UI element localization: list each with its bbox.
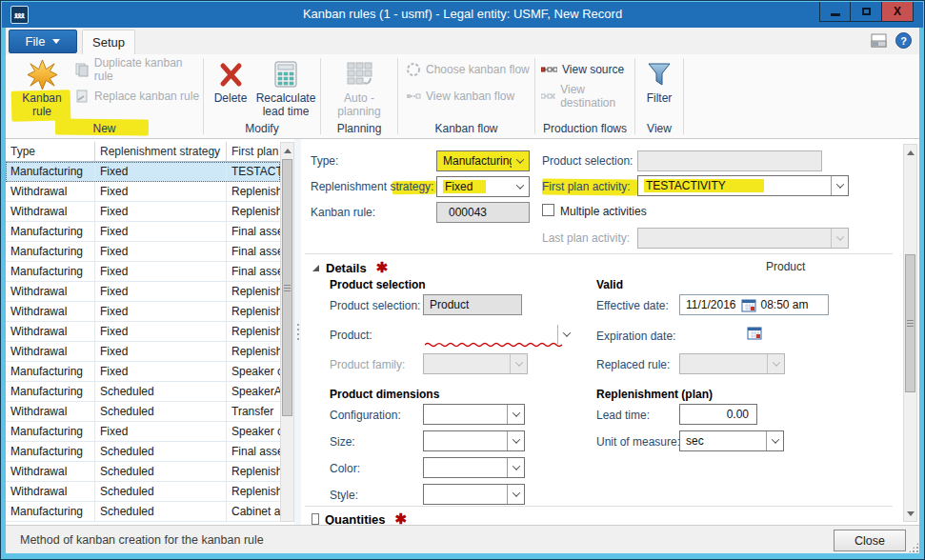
table-row[interactable]: Withdrawal Fixed Replenish	[6, 282, 280, 302]
lead-time-input[interactable]: 0.00	[679, 404, 757, 425]
tab-setup[interactable]: Setup	[82, 30, 135, 54]
kanban-rule-field: 000043	[436, 202, 530, 223]
table-row[interactable]: Manufacturing Fixed Final asse	[6, 262, 280, 282]
style-combobox[interactable]	[423, 484, 525, 505]
file-menu-button[interactable]: File	[9, 30, 77, 53]
first-plan-activity-combobox[interactable]: TESTACTIVITY	[637, 175, 849, 196]
cell-strategy: Scheduled	[95, 402, 227, 421]
table-row[interactable]: Manufacturing Scheduled Cabinet a	[6, 502, 280, 522]
delete-x-icon	[216, 57, 245, 91]
details-summary: Product	[766, 260, 805, 273]
table-row[interactable]: Withdrawal Fixed Replenish	[6, 342, 280, 362]
chevron-down-icon[interactable]	[512, 177, 529, 196]
table-row[interactable]: Manufacturing Scheduled SpeakerA	[6, 382, 280, 402]
scroll-down-icon[interactable]	[904, 506, 916, 521]
replenishment-strategy-combobox[interactable]: Fixed	[436, 176, 530, 197]
delete-button[interactable]: Delete	[210, 57, 251, 105]
minimize-button[interactable]	[819, 2, 851, 22]
table-row[interactable]: Manufacturing Fixed Speaker c	[6, 422, 280, 442]
product-label: Product:	[330, 329, 372, 342]
chevron-down-icon[interactable]	[507, 431, 524, 450]
close-window-button[interactable]: X	[882, 2, 914, 22]
table-row[interactable]: Manufacturing Scheduled Final asse	[6, 442, 280, 462]
cell-strategy: Scheduled	[95, 442, 227, 461]
recalculate-lead-time-button[interactable]: Recalculate lead time	[251, 57, 320, 118]
size-combobox[interactable]	[423, 430, 525, 451]
table-row[interactable]: Withdrawal Fixed Replenish	[6, 182, 280, 202]
type-label: Type:	[311, 154, 338, 168]
table-row[interactable]: Withdrawal Scheduled Replenish	[6, 462, 280, 482]
cell-type: Manufacturing	[6, 242, 95, 261]
table-row[interactable]: Manufacturing Fixed Final asse	[6, 222, 280, 242]
details-section-header[interactable]: Details✱	[312, 259, 388, 276]
choose-kanban-flow-button: Choose kanban flow	[406, 60, 530, 79]
table-row[interactable]: Withdrawal Scheduled Replenish	[6, 482, 280, 502]
column-header-type[interactable]: Type	[6, 142, 95, 161]
color-combobox[interactable]	[423, 457, 525, 478]
cell-first-plan: Final asse	[227, 442, 280, 461]
delete-label: Delete	[214, 91, 248, 105]
planning-grid-icon	[345, 57, 373, 91]
form-scrollbar-thumb[interactable]	[905, 254, 915, 392]
table-row[interactable]: Withdrawal Fixed Replenish	[6, 202, 280, 222]
table-row[interactable]: Withdrawal Fixed Replenish	[6, 302, 280, 322]
chevron-down-icon[interactable]	[507, 458, 524, 477]
chevron-down-icon[interactable]	[766, 431, 783, 450]
column-header-first-plan[interactable]: First plan	[227, 142, 280, 161]
scroll-up-icon[interactable]	[904, 145, 916, 160]
multiple-activities-checkbox[interactable]	[542, 204, 554, 216]
table-scrollbar[interactable]	[280, 142, 294, 522]
resize-grip[interactable]	[909, 543, 918, 552]
help-icon[interactable]: ?	[895, 32, 912, 49]
chevron-down-icon[interactable]	[507, 485, 524, 504]
cell-strategy: Fixed	[95, 302, 227, 321]
calendar-icon[interactable]	[747, 326, 762, 340]
chevron-down-icon[interactable]	[507, 405, 524, 424]
cell-first-plan: Replenish	[227, 182, 280, 201]
view-source-button[interactable]: View source	[541, 60, 624, 79]
column-header-strategy[interactable]: Replenishment strategy	[95, 142, 227, 161]
kanban-rule-button[interactable]: Kanban rule	[13, 57, 70, 118]
product-dimensions-group-title: Product dimensions	[330, 388, 439, 401]
table-header: Type Replenishment strategy First plan	[6, 142, 280, 162]
auto-planning-label: Auto - planning	[329, 91, 390, 118]
effective-date-field[interactable]: 11/1/2016 08:50 am	[679, 294, 829, 315]
type-combobox[interactable]: Manufacturing	[436, 150, 530, 171]
unit-of-measure-combobox[interactable]: sec	[679, 430, 784, 451]
table-row[interactable]: Withdrawal Scheduled Transfer	[6, 402, 280, 422]
form-scrollbar[interactable]	[903, 144, 917, 522]
menubar: File Setup ?	[6, 28, 919, 54]
validation-squiggle	[425, 342, 568, 348]
close-button-label: Close	[855, 534, 885, 548]
table-scrollbar-thumb[interactable]	[282, 159, 292, 416]
table-row[interactable]: Manufacturing Fixed Final asse	[6, 242, 280, 262]
close-button[interactable]: Close	[834, 530, 906, 551]
layout-pane-icon[interactable]	[871, 33, 887, 48]
cell-type: Manufacturing	[6, 442, 95, 461]
table-row[interactable]: Manufacturing Fixed Speaker c	[6, 362, 280, 382]
cell-first-plan: TESTACT	[227, 162, 280, 181]
cell-strategy: Scheduled	[95, 482, 227, 501]
view-kanban-flow-button: View kanban flow	[406, 87, 514, 106]
view-source-label: View source	[562, 63, 624, 76]
calendar-icon[interactable]	[741, 298, 756, 312]
table-row[interactable]: Withdrawal Fixed Replenish	[6, 322, 280, 342]
valid-group-title: Valid	[596, 278, 623, 291]
panel-splitter[interactable]	[294, 139, 301, 525]
configuration-combobox[interactable]	[423, 404, 525, 425]
product-selection-top-label: Product selection:	[542, 154, 633, 168]
cell-strategy: Scheduled	[95, 502, 227, 521]
chevron-down-icon[interactable]	[557, 325, 574, 344]
table-row[interactable]: Manufacturing Fixed TESTACT	[6, 162, 280, 182]
scroll-up-icon[interactable]	[281, 143, 293, 158]
chevron-down-icon[interactable]	[831, 176, 848, 195]
ribbon-group-production-flows-label: Production flows	[535, 122, 634, 135]
maximize-button[interactable]	[851, 2, 882, 22]
cell-first-plan: Final asse	[227, 222, 280, 241]
last-plan-activity-combobox	[637, 228, 849, 249]
cell-type: Withdrawal	[6, 322, 95, 341]
filter-button[interactable]: Filter	[640, 57, 678, 105]
view-destination-button: View destination	[541, 87, 634, 106]
choose-kanban-flow-label: Choose kanban flow	[426, 63, 530, 76]
chevron-down-icon[interactable]	[512, 151, 529, 170]
